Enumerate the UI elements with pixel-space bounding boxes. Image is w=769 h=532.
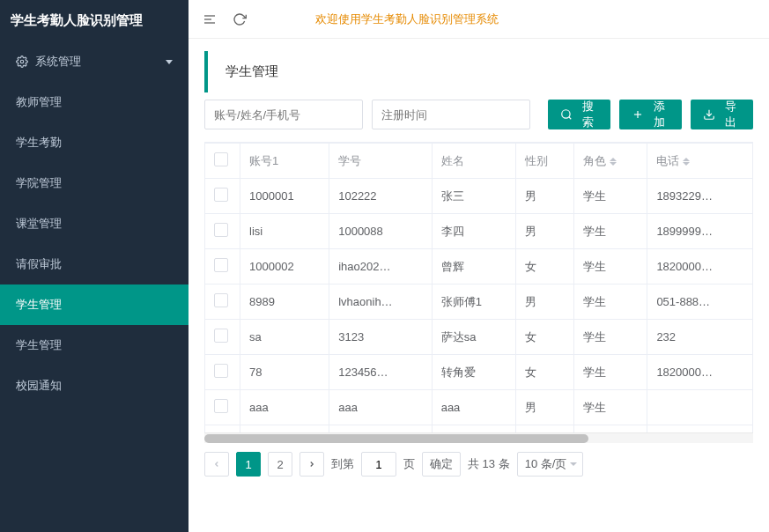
sort-icon[interactable] bbox=[683, 158, 690, 166]
svg-point-0 bbox=[20, 60, 24, 63]
toolbar: 搜索 添加 导出 bbox=[204, 100, 753, 129]
goto-label-prefix: 到第 bbox=[331, 456, 354, 472]
table-header-row: 账号1 学号 姓名 性别 角色 电话 bbox=[205, 144, 753, 179]
sidebar-item-label: 学生管理 bbox=[16, 297, 62, 313]
cell-account: aaa bbox=[240, 390, 329, 425]
cell-gender: 男 bbox=[515, 425, 573, 433]
sidebar-item-label: 学院管理 bbox=[16, 175, 62, 191]
sidebar-item-label: 课堂管理 bbox=[16, 216, 62, 232]
main: 欢迎使用学生考勤人脸识别管理系统 学生管理 搜索 添加 导出 bbox=[189, 0, 769, 532]
table-row[interactable]: 78123456…转角爱女学生1820000… bbox=[205, 355, 753, 390]
next-page-button[interactable] bbox=[299, 452, 324, 477]
cell-account: lisi bbox=[240, 214, 329, 249]
cell-name: 李四 bbox=[432, 214, 515, 249]
goto-confirm-button[interactable]: 确定 bbox=[422, 452, 461, 477]
page-2-button[interactable]: 2 bbox=[268, 452, 292, 477]
cell-name: 张师傅1 bbox=[432, 284, 515, 320]
row-checkbox[interactable] bbox=[214, 258, 228, 272]
row-checkbox[interactable] bbox=[214, 188, 228, 202]
table-row[interactable]: sa3123萨达sa女学生232 bbox=[205, 320, 753, 355]
sidebar-item-student[interactable]: 学生管理 bbox=[0, 325, 189, 366]
cell-role: 学生 bbox=[574, 390, 647, 425]
plus-icon bbox=[632, 108, 644, 121]
add-button[interactable]: 添加 bbox=[619, 100, 682, 129]
col-account: 账号1 bbox=[240, 144, 329, 179]
cell-gender: 男 bbox=[515, 179, 573, 214]
sidebar-item-college[interactable]: 学院管理 bbox=[0, 163, 189, 203]
row-checkbox[interactable] bbox=[214, 293, 228, 307]
table-row[interactable]: bbbbbbbbb男学生 bbox=[205, 425, 753, 433]
cell-name: 曾辉 bbox=[432, 249, 515, 284]
col-phone: 电话 bbox=[647, 144, 753, 179]
sidebar-item-system[interactable]: 系统管理 bbox=[0, 41, 189, 82]
col-name: 姓名 bbox=[432, 144, 515, 179]
page-1-button[interactable]: 1 bbox=[236, 452, 261, 477]
table-row[interactable]: 1000001102222张三男学生1893229… bbox=[205, 179, 753, 214]
refresh-icon[interactable] bbox=[233, 12, 247, 26]
sidebar-item-student-active[interactable]: 学生管理 bbox=[0, 284, 189, 325]
table-row[interactable]: 1000002ihao202…曾辉女学生1820000… bbox=[205, 249, 753, 284]
cell-account: 1000001 bbox=[240, 179, 329, 214]
cell-role: 学生 bbox=[574, 284, 647, 320]
cell-role: 学生 bbox=[574, 425, 647, 433]
search-input[interactable] bbox=[204, 100, 363, 129]
content: 搜索 添加 导出 账号1 学号 bbox=[189, 100, 769, 532]
sidebar-item-leave[interactable]: 请假审批 bbox=[0, 244, 189, 284]
page-title: 学生管理 bbox=[204, 51, 753, 92]
row-checkbox[interactable] bbox=[214, 223, 228, 237]
table-row[interactable]: lisi1000088李四男学生1899999… bbox=[205, 214, 753, 249]
sidebar: 学生考勤人脸识别管理 系统管理 教师管理 学生考勤 学院管理 课堂管理 请假审批… bbox=[0, 0, 189, 532]
col-student-no: 学号 bbox=[329, 144, 432, 179]
cell-gender: 男 bbox=[515, 284, 573, 320]
select-all-checkbox[interactable] bbox=[214, 152, 228, 166]
cell-phone bbox=[647, 390, 753, 425]
sidebar-item-label: 学生考勤 bbox=[16, 135, 62, 151]
prev-page-button[interactable] bbox=[204, 452, 229, 477]
cell-student-no: bbb bbox=[329, 425, 432, 433]
cell-name: 张三 bbox=[432, 179, 515, 214]
goto-page-input[interactable] bbox=[361, 452, 396, 477]
cell-name: 萨达sa bbox=[432, 320, 515, 355]
button-label: 导出 bbox=[720, 99, 741, 130]
goto-label-suffix: 页 bbox=[403, 456, 415, 472]
date-input[interactable] bbox=[372, 100, 530, 129]
row-checkbox[interactable] bbox=[214, 364, 228, 378]
cell-account: sa bbox=[240, 320, 329, 355]
svg-point-4 bbox=[562, 110, 570, 118]
row-checkbox[interactable] bbox=[214, 399, 228, 413]
gear-icon bbox=[16, 55, 28, 68]
cell-account: 8989 bbox=[240, 284, 329, 320]
export-icon bbox=[703, 108, 715, 121]
cell-role: 学生 bbox=[574, 214, 647, 249]
cell-gender: 女 bbox=[515, 355, 573, 390]
page-size-select[interactable]: 10 条/页 bbox=[517, 452, 584, 477]
collapse-icon[interactable] bbox=[203, 12, 217, 26]
row-checkbox[interactable] bbox=[214, 329, 228, 343]
table-row[interactable]: aaaaaaaaa男学生 bbox=[205, 390, 753, 425]
button-label: 添加 bbox=[648, 99, 669, 130]
cell-gender: 女 bbox=[515, 249, 573, 284]
search-button[interactable]: 搜索 bbox=[548, 100, 610, 129]
cell-phone: 1893229… bbox=[647, 179, 753, 214]
horizontal-scrollbar[interactable] bbox=[204, 432, 753, 443]
sort-icon[interactable] bbox=[610, 158, 617, 166]
sidebar-item-teacher[interactable]: 教师管理 bbox=[0, 82, 189, 122]
student-table: 账号1 学号 姓名 性别 角色 电话 1000001102222张三男学生189… bbox=[204, 143, 753, 432]
app-title: 学生考勤人脸识别管理 bbox=[0, 0, 189, 41]
button-label: 搜索 bbox=[577, 99, 598, 130]
sidebar-item-label: 教师管理 bbox=[16, 94, 62, 110]
sidebar-item-label: 系统管理 bbox=[35, 54, 81, 70]
sidebar-item-attendance[interactable]: 学生考勤 bbox=[0, 122, 189, 163]
cell-name: bbb bbox=[432, 425, 515, 433]
cell-name: aaa bbox=[432, 390, 515, 425]
export-button[interactable]: 导出 bbox=[691, 100, 753, 129]
cell-student-no: aaa bbox=[329, 390, 432, 425]
table-row[interactable]: 8989lvhaonih…张师傅1男学生051-888… bbox=[205, 284, 753, 320]
svg-line-5 bbox=[569, 117, 572, 120]
cell-phone: 1899999… bbox=[647, 214, 753, 249]
topbar: 欢迎使用学生考勤人脸识别管理系统 bbox=[189, 0, 769, 39]
cell-account: 78 bbox=[240, 355, 329, 390]
table-container: 账号1 学号 姓名 性别 角色 电话 1000001102222张三男学生189… bbox=[204, 142, 753, 432]
sidebar-item-notice[interactable]: 校园通知 bbox=[0, 366, 189, 406]
sidebar-item-classroom[interactable]: 课堂管理 bbox=[0, 203, 189, 244]
